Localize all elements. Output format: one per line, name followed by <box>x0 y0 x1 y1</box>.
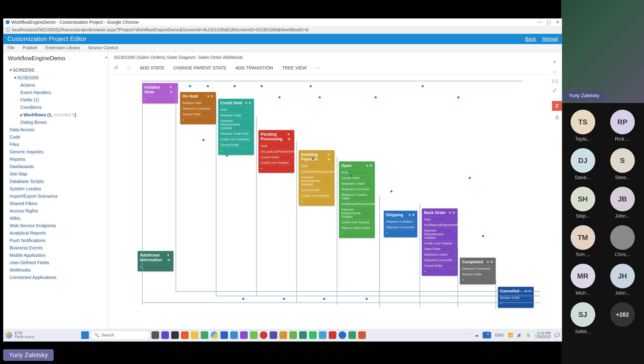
participant[interactable]: TSTayla... <box>566 110 600 142</box>
participant[interactable]: JHJohn... <box>606 264 639 296</box>
tree-item-event-handlers[interactable]: Event Handlers <box>8 89 106 96</box>
taskbar-app-8[interactable] <box>220 331 228 339</box>
state-action[interactable]: Credit Limit Violated› <box>261 160 292 165</box>
tree-item-workflows[interactable]: ▸Workflows (1, inherited 8) <box>8 111 106 119</box>
participant[interactable]: SHStep... <box>566 187 600 219</box>
back-link[interactable]: Back <box>525 36 536 42</box>
tree-item-connected-applications[interactable]: Connected Applications <box>8 274 106 281</box>
state-cancelled[interactable]: Cancelled▾ ✕Reopen Order›+ <box>498 287 534 308</box>
start-button[interactable] <box>81 331 89 339</box>
state-action[interactable]: + <box>220 148 252 153</box>
taskbar-app-18[interactable] <box>319 331 326 339</box>
taskbar-app-4[interactable] <box>181 331 189 339</box>
minimize-button[interactable]: — <box>537 20 542 25</box>
undo-button[interactable]: ↺ <box>114 65 118 71</box>
state-backorder[interactable]: Back Order▾ ✕Hold›OnObtainedPaymentInPen… <box>422 208 458 276</box>
tree-item-code[interactable]: Code <box>8 133 106 141</box>
toolbar-more[interactable]: ⋯ <box>316 65 320 71</box>
zoom-in-button[interactable]: + <box>553 59 556 65</box>
state-action[interactable]: Release Hold› <box>182 100 214 106</box>
tree-item-push-notifications[interactable]: Push Notifications <box>8 237 106 244</box>
tree-item-shared-filters[interactable]: Shared Filters <box>8 200 106 207</box>
tree-root[interactable]: ▾SCREENS <box>8 66 106 74</box>
tree-item-files[interactable]: Files <box>8 141 106 148</box>
state-action[interactable]: + <box>140 264 171 269</box>
participant[interactable]: SStew... <box>606 148 639 180</box>
wifi-icon[interactable]: 📶 <box>508 333 513 337</box>
state-action[interactable]: + <box>424 268 455 274</box>
battery-icon[interactable]: 🔋 <box>526 333 531 337</box>
taskbar-app-21[interactable] <box>348 331 356 339</box>
weather-icon[interactable] <box>6 332 12 338</box>
toolbar-add-state[interactable]: ADD STATE <box>140 65 164 71</box>
connection-anchor[interactable] <box>457 96 460 99</box>
state-action[interactable]: Cancel Order› <box>220 142 252 148</box>
connection-anchor[interactable] <box>206 85 209 87</box>
state-pending[interactable]: Pending Processing▾ ✕Hold›OnLoadLastPaym… <box>258 130 294 173</box>
taskbar-app-20[interactable] <box>338 331 346 339</box>
state-action[interactable]: Hold› <box>424 216 455 222</box>
weather-widget[interactable]: 17°C Partly sunny <box>14 331 34 339</box>
mic-indicator[interactable]: 🎤 <box>483 332 491 338</box>
participant[interactable]: SJSafet... <box>566 302 600 334</box>
state-action[interactable]: Shipment Linked› <box>341 181 372 186</box>
state-action[interactable]: Credit Limit Violated› <box>424 240 455 246</box>
connection-anchor[interactable] <box>260 85 263 87</box>
clock[interactable]: 6:15 PM 7/26/2023 <box>535 331 551 339</box>
taskbar-app-13[interactable] <box>270 331 277 339</box>
state-action[interactable]: Payment Requirements Violated› <box>220 118 252 131</box>
state-action[interactable]: + <box>462 277 494 282</box>
state-action[interactable]: Shipment Corrected› <box>341 186 372 192</box>
connection-anchor[interactable] <box>318 96 321 99</box>
participant[interactable]: MRMich... <box>566 264 600 296</box>
state-action[interactable]: Cancel Order› <box>182 111 214 117</box>
state-action[interactable]: + <box>301 198 332 204</box>
connection-anchor[interactable] <box>278 96 280 99</box>
state-action[interactable]: Place on Back Order› <box>341 225 372 231</box>
taskbar-app-7[interactable] <box>210 331 218 339</box>
collapse-tree-button[interactable]: ◂ <box>105 55 107 60</box>
connection-anchor[interactable] <box>366 297 368 300</box>
language-indicator[interactable]: ENG <box>495 333 504 337</box>
connection-anchor[interactable] <box>189 85 191 87</box>
tree-item-generic-inquiries[interactable]: Generic Inquiries <box>8 148 106 156</box>
state-action[interactable]: + <box>341 231 372 236</box>
state-action[interactable]: Reopen Order› <box>462 271 494 277</box>
zoom-out-button[interactable]: − <box>553 69 556 76</box>
tree-item-analytical-reports[interactable]: Analytical Reports <box>8 229 106 237</box>
state-init[interactable]: Initialize State▾ ✕+ <box>142 83 178 103</box>
taskbar-app-3[interactable] <box>171 331 179 339</box>
state-action[interactable]: OnObtainedPaymentInPendingProcessing› <box>301 169 332 174</box>
participant[interactable]: JBJohn... <box>606 187 639 219</box>
state-action[interactable]: OnObtainedPaymentInPendingProcessing› <box>341 201 372 207</box>
state-action[interactable]: + <box>182 117 214 122</box>
state-action[interactable]: Cancel Order› <box>301 187 332 193</box>
state-action[interactable]: Payment Requirements Satisfied› <box>301 174 332 187</box>
state-onhold[interactable]: On Hold▾ ✕Release Hold›Shipment Correcte… <box>180 92 216 124</box>
state-action[interactable]: + <box>144 96 176 102</box>
taskbar-app-2[interactable] <box>161 331 169 339</box>
taskbar-app-1[interactable] <box>152 331 159 339</box>
participant[interactable]: DJDave... <box>566 148 600 180</box>
state-await[interactable]: Awaiting Payment▾ ✕Hold›OnObtainedPaymen… <box>299 150 334 206</box>
connection-anchor[interactable] <box>310 85 312 87</box>
tree-item-access-rights[interactable]: Access Rights <box>8 207 106 215</box>
close-button[interactable]: ✕ <box>556 20 560 25</box>
state-action[interactable]: + <box>500 300 532 306</box>
taskbar-app-6[interactable] <box>201 331 208 339</box>
tree-item-import-export-scenarios[interactable]: Import/Export Scenarios <box>8 193 106 200</box>
state-action[interactable]: Credit Limit Violated› <box>341 219 372 225</box>
state-action[interactable]: Cancel Order› <box>424 263 455 268</box>
connection-anchor[interactable] <box>374 96 377 99</box>
redo-button[interactable]: ↻ <box>127 65 131 71</box>
tree-item-fields-1-[interactable]: Fields (1) <box>8 96 106 104</box>
tray-chevron[interactable]: ˄ <box>468 333 470 337</box>
state-action[interactable]: Credit Limit Satisfied› <box>220 136 252 142</box>
state-action[interactable]: Cancel Order› <box>261 154 292 160</box>
taskbar-app-22[interactable] <box>358 331 366 339</box>
more-participants[interactable]: +282 <box>606 302 639 334</box>
toolbar-add-transition[interactable]: ADD TRANSITION <box>236 65 273 71</box>
state-credhold[interactable]: Credit Hold▾ ✕Hold›Release Credit›Paymen… <box>218 99 254 155</box>
tray-cloud-icon[interactable]: ☁ <box>474 333 479 337</box>
connection-anchor[interactable] <box>234 85 236 87</box>
